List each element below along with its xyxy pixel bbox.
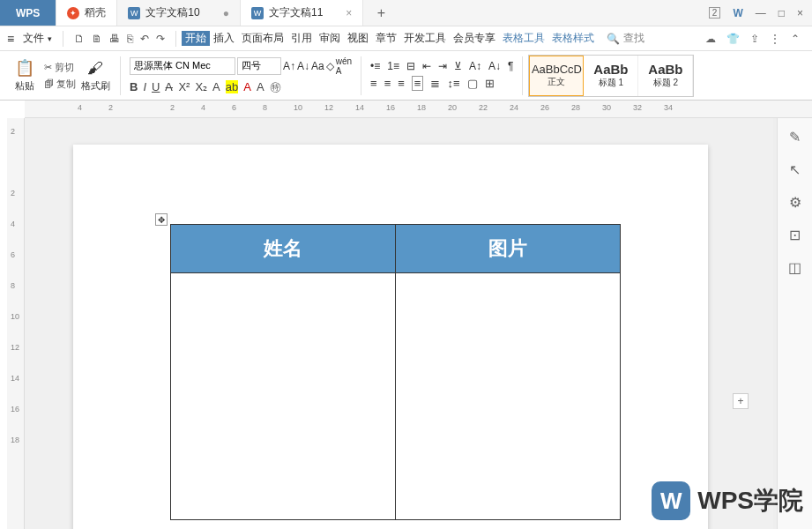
- font-name-select[interactable]: [130, 57, 235, 75]
- italic-button[interactable]: I: [143, 80, 146, 93]
- skin-icon[interactable]: 👕: [726, 33, 740, 45]
- font-color-button[interactable]: A: [243, 80, 251, 93]
- notification-badge[interactable]: 2: [709, 7, 721, 19]
- style-normal[interactable]: AaBbCcD 正文: [529, 56, 584, 96]
- copy-button[interactable]: 🗐 复制: [44, 78, 76, 91]
- subscript-button[interactable]: X₂: [195, 80, 207, 93]
- tab-references[interactable]: 引用: [287, 31, 316, 46]
- numbering-button[interactable]: 1≡: [387, 60, 399, 72]
- change-case-icon[interactable]: Aa: [311, 60, 324, 72]
- tab-review[interactable]: 审阅: [316, 31, 344, 46]
- format-painter-icon: 🖌: [87, 59, 103, 78]
- search-placeholder: 查找: [623, 31, 644, 46]
- wps-logo-icon: W: [652, 481, 690, 520]
- table-move-handle[interactable]: ✥: [155, 213, 168, 226]
- horizontal-ruler[interactable]: 42246810121416182022242628303234: [25, 101, 812, 118]
- tab-view[interactable]: 视图: [344, 31, 372, 46]
- tab-page-layout[interactable]: 页面布局: [238, 31, 287, 46]
- tab-chapter[interactable]: 章节: [372, 31, 400, 46]
- align-right-button[interactable]: ≡: [398, 77, 405, 90]
- table-header-cell[interactable]: 姓名: [171, 225, 396, 273]
- format-painter-button[interactable]: 🖌 格式刷: [79, 59, 111, 93]
- tab-table-style[interactable]: 表格样式: [548, 31, 598, 46]
- underline-button[interactable]: U: [152, 80, 160, 93]
- sort-button[interactable]: A↓: [488, 60, 501, 72]
- clipboard-group: 📋 粘贴 ✂ 剪切 🗐 复制 🖌 格式刷: [5, 58, 115, 93]
- document-table[interactable]: 姓名 图片: [170, 224, 621, 520]
- table-cell[interactable]: [396, 273, 621, 520]
- text-effects-button[interactable]: A: [212, 80, 220, 93]
- document-tab-1[interactable]: W 文字文稿10 ●: [117, 0, 241, 26]
- tab-insert[interactable]: 插入: [210, 31, 238, 46]
- docer-tab[interactable]: ✦ 稻壳: [56, 0, 117, 26]
- minimize-icon[interactable]: —: [756, 7, 766, 19]
- increase-indent-button[interactable]: ⇥: [438, 60, 447, 72]
- multilevel-list-button[interactable]: ⊟: [406, 60, 415, 72]
- page-width-icon[interactable]: ⊡: [789, 227, 801, 243]
- document-area: ✥ 姓名 图片 +: [25, 118, 773, 529]
- enclose-character-button[interactable]: ㊕: [270, 79, 281, 95]
- print-preview-icon[interactable]: 🖶: [109, 33, 120, 45]
- strikethrough-button[interactable]: A̶: [165, 80, 173, 93]
- file-menu[interactable]: 文件 ▾: [18, 31, 56, 46]
- maximize-icon[interactable]: □: [778, 7, 785, 19]
- align-left-button[interactable]: ≡: [370, 77, 377, 90]
- print-icon[interactable]: 🗎: [92, 33, 102, 45]
- phonetic-guide-icon[interactable]: wénA: [336, 56, 352, 76]
- new-tab-button[interactable]: +: [363, 0, 399, 26]
- more-icon[interactable]: ⋮: [770, 33, 780, 45]
- table-header-cell[interactable]: 图片: [396, 225, 621, 273]
- tab-table-tools[interactable]: 表格工具: [499, 31, 548, 46]
- cloud-icon[interactable]: ☁: [705, 33, 716, 45]
- hamburger-icon[interactable]: ≡: [5, 32, 16, 46]
- increase-font-icon[interactable]: A↑: [283, 60, 295, 72]
- table-cell[interactable]: [171, 273, 396, 520]
- decrease-font-icon[interactable]: A↓: [297, 60, 309, 72]
- wps-logo-icon[interactable]: W: [733, 7, 742, 19]
- font-size-select[interactable]: [237, 57, 281, 75]
- justify-button[interactable]: ≡: [412, 76, 424, 91]
- highlight-button[interactable]: ab: [226, 80, 238, 93]
- tab-stops-button[interactable]: ⊻: [454, 60, 462, 72]
- wps-home-tab[interactable]: WPS: [0, 0, 56, 26]
- style-heading-1[interactable]: AaBb 标题 1: [584, 56, 638, 96]
- tab-developer[interactable]: 开发工具: [400, 31, 450, 46]
- tab-member[interactable]: 会员专享: [450, 31, 499, 46]
- style-heading-2[interactable]: AaBb 标题 2: [638, 56, 693, 96]
- undo-icon[interactable]: ↶: [140, 33, 149, 45]
- decrease-indent-button[interactable]: ⇤: [422, 60, 431, 72]
- tab-modified-indicator[interactable]: ●: [223, 7, 229, 19]
- distribute-button[interactable]: ≣: [430, 77, 440, 90]
- line-spacing-button[interactable]: ↕≡: [447, 77, 459, 90]
- show-marks-button[interactable]: ¶: [508, 60, 513, 72]
- document-tab-2[interactable]: W 文字文稿11 ×: [241, 0, 363, 26]
- collapse-ribbon-icon[interactable]: ⌃: [791, 33, 800, 45]
- select-tool-icon[interactable]: ↖: [789, 161, 801, 178]
- settings-tool-icon[interactable]: ⚙: [789, 194, 801, 211]
- borders-button[interactable]: ⊞: [485, 77, 495, 90]
- align-center-button[interactable]: ≡: [384, 77, 391, 90]
- export-icon[interactable]: ⎘: [127, 33, 133, 45]
- add-row-handle[interactable]: +: [733, 393, 749, 409]
- vertical-ruler[interactable]: 224681012141618: [7, 118, 25, 529]
- styles-gallery[interactable]: AaBbCcD 正文 AaBb 标题 1 AaBb 标题 2: [528, 55, 694, 97]
- character-shading-button[interactable]: A: [257, 80, 264, 93]
- text-direction-button[interactable]: A↕: [469, 60, 481, 72]
- layers-icon[interactable]: ◫: [788, 259, 801, 276]
- search-box[interactable]: 🔍 查找: [607, 31, 644, 46]
- shading-button[interactable]: ▢: [467, 77, 478, 90]
- bold-button[interactable]: B: [130, 80, 138, 93]
- page[interactable]: ✥ 姓名 图片: [73, 145, 708, 529]
- paste-button[interactable]: 📋 粘贴: [9, 58, 41, 93]
- clear-format-icon[interactable]: ◇: [326, 60, 334, 72]
- bullets-button[interactable]: •≡: [370, 60, 380, 72]
- cut-button[interactable]: ✂ 剪切: [44, 61, 76, 74]
- edit-tool-icon[interactable]: ✎: [789, 129, 801, 145]
- tab-home[interactable]: 开始: [182, 31, 210, 46]
- redo-icon[interactable]: ↷: [156, 33, 165, 45]
- share-icon[interactable]: ⇪: [750, 33, 759, 45]
- close-window-icon[interactable]: ×: [797, 7, 803, 19]
- tab-close-icon[interactable]: ×: [346, 7, 352, 19]
- save-icon[interactable]: 🗋: [74, 33, 85, 45]
- superscript-button[interactable]: X²: [178, 80, 190, 93]
